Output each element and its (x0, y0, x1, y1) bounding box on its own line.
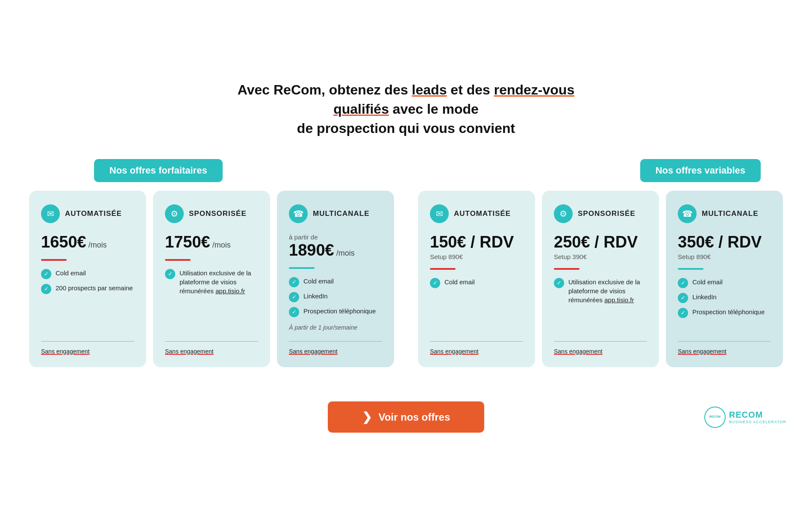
sans-engagement: Sans engagement (289, 348, 338, 355)
check-icon: ✓ (41, 269, 51, 279)
check-icon: ✓ (41, 284, 51, 294)
divider-spon2 (554, 268, 580, 270)
check-icon: ✓ (678, 293, 688, 303)
tisio-link[interactable]: app.tisio.fr (215, 287, 245, 295)
feature-cold-email: ✓ Cold email (289, 277, 382, 287)
card-footer-spon1: Sans engagement (165, 341, 258, 355)
features-multi1: ✓ Cold email ✓ LinkedIn ✓ Prospection té… (289, 277, 382, 331)
feature-cold-email: ✓ Cold email (41, 268, 134, 279)
card-footer-multi1: Sans engagement (289, 341, 382, 355)
brand-logo-circle: RECOM (704, 407, 726, 428)
card-header-multi2: ☎ MULTICANALE (678, 204, 771, 223)
card-header-spon1: ⚙ SPONSORISÉE (165, 204, 258, 223)
card-title-auto1: AUTOMATISÉE (65, 209, 122, 218)
features-spon1: ✓ Utilisation exclusive de la plateforme… (165, 268, 258, 331)
voir-offres-label: Voir nos offres (379, 411, 450, 423)
card-forfaitaire-multi: ☎ MULTICANALE à partir de 1890€ /mois ✓ … (277, 191, 394, 367)
bottom-row: ❯ Voir nos offres RECOM RECOM BUSINESS A… (26, 401, 786, 433)
card-title-spon1: SPONSORISÉE (189, 209, 247, 218)
email-icon: ✉ (430, 204, 449, 223)
feature-prospection-tel: ✓ Prospection téléphonique (678, 307, 771, 318)
check-icon: ✓ (289, 277, 299, 287)
card-forfaitaire-spon: ⚙ SPONSORISÉE 1750€ /mois ✓ Utilisation … (153, 191, 270, 367)
cards-wrapper: ✉ AUTOMATISÉE 1650€ /mois ✓ Cold email ✓… (26, 191, 786, 367)
feature-linkedin: ✓ LinkedIn (678, 292, 771, 303)
voir-offres-button[interactable]: ❯ Voir nos offres (328, 401, 485, 433)
card-header-auto2: ✉ AUTOMATISÉE (430, 204, 523, 223)
feature-label: LinkedIn (303, 292, 328, 301)
check-icon: ✓ (289, 307, 299, 317)
section-labels-row: Nos offres forfaitaires Nos offres varia… (26, 159, 786, 182)
sans-engagement: Sans engagement (678, 348, 727, 355)
card-price-sub-auto2: Setup 890€ (430, 253, 523, 260)
feature-prospection-tel: ✓ Prospection téléphonique (289, 307, 382, 317)
sans-engagement: Sans engagement (430, 348, 479, 355)
forfaitaires-label: Nos offres forfaitaires (94, 159, 223, 182)
feature-label: Cold email (444, 277, 475, 286)
card-price-spon1: 1750€ /mois (165, 233, 258, 251)
feature-label: Cold email (692, 277, 723, 286)
group-gap (397, 191, 415, 367)
card-title-multi1: MULTICANALE (313, 209, 370, 218)
headline-leads: leads (412, 82, 447, 97)
tisio-link[interactable]: app.tisio.fr (604, 296, 634, 304)
feature-label: LinkedIn (692, 292, 717, 301)
phone-icon: ☎ (678, 204, 697, 223)
sans-engagement: Sans engagement (41, 348, 90, 355)
card-price-sub-multi2: Setup 890€ (678, 253, 771, 260)
feature-platform: ✓ Utilisation exclusive de la plateforme… (165, 268, 258, 295)
sans-engagement: Sans engagement (554, 348, 603, 355)
feature-cold-email: ✓ Cold email (430, 277, 523, 288)
feature-linkedin: ✓ LinkedIn (289, 292, 382, 302)
phone-icon: ☎ (289, 204, 308, 223)
feature-prospects: ✓ 200 prospects par semaine (41, 283, 134, 294)
card-price-spon2: 250€ / RDV (554, 233, 647, 251)
arrow-icon: ❯ (362, 410, 372, 424)
feature-cold-email: ✓ Cold email (678, 277, 771, 288)
feature-label: Utilisation exclusive de la plateforme d… (568, 277, 647, 304)
card-price-auto1: 1650€ /mois (41, 233, 134, 251)
check-icon: ✓ (554, 278, 564, 288)
card-header-auto1: ✉ AUTOMATISÉE (41, 204, 134, 223)
feature-label: 200 prospects par semaine (56, 283, 133, 292)
gear-icon: ⚙ (554, 204, 573, 223)
check-icon: ✓ (678, 308, 688, 318)
card-price-sub-spon2: Setup 390€ (554, 253, 647, 260)
headline-rdv: rendez-vous qualifiés (333, 82, 574, 117)
card-price-multi1: 1890€ /mois (289, 242, 382, 259)
card-price-multi2: 350€ / RDV (678, 233, 771, 251)
card-variable-multi: ☎ MULTICANALE 350€ / RDV Setup 890€ ✓ Co… (666, 191, 783, 367)
brand-name: RECOM (729, 410, 786, 420)
card-variable-auto: ✉ AUTOMATISÉE 150€ / RDV Setup 890€ ✓ Co… (418, 191, 535, 367)
sans-engagement: Sans engagement (165, 348, 214, 355)
feature-label: Cold email (303, 277, 334, 286)
feature-italic: À partir de 1 jour/semaine (289, 324, 382, 331)
card-footer-auto2: Sans engagement (430, 341, 523, 355)
brand-logo: RECOM RECOM BUSINESS ACCELERATOR (704, 407, 786, 428)
feature-platform: ✓ Utilisation exclusive de la plateforme… (554, 277, 647, 304)
features-multi2: ✓ Cold email ✓ LinkedIn ✓ Prospection té… (678, 277, 771, 331)
variables-label: Nos offres variables (640, 159, 761, 182)
check-icon: ✓ (430, 278, 440, 288)
feature-label: Prospection téléphonique (303, 307, 376, 315)
card-price-prefix-multi1: à partir de (289, 233, 382, 241)
card-title-multi2: MULTICANALE (702, 209, 759, 218)
divider-auto2 (430, 268, 456, 270)
brand-sub: BUSINESS ACCELERATOR (729, 420, 786, 424)
divider-auto1 (41, 259, 67, 261)
card-header-multi1: ☎ MULTICANALE (289, 204, 382, 223)
feature-label: Prospection téléphonique (692, 307, 765, 316)
divider-multi2 (678, 268, 703, 270)
email-icon: ✉ (41, 204, 60, 223)
divider-multi1 (289, 267, 315, 269)
check-icon: ✓ (289, 292, 299, 302)
card-footer-multi2: Sans engagement (678, 341, 771, 355)
check-icon: ✓ (678, 278, 688, 288)
brand-text: RECOM BUSINESS ACCELERATOR (729, 410, 786, 424)
card-footer-spon2: Sans engagement (554, 341, 647, 355)
card-forfaitaire-auto: ✉ AUTOMATISÉE 1650€ /mois ✓ Cold email ✓… (29, 191, 146, 367)
card-footer-auto1: Sans engagement (41, 341, 134, 355)
card-header-spon2: ⚙ SPONSORISÉE (554, 204, 647, 223)
divider-spon1 (165, 259, 191, 261)
check-icon: ✓ (165, 269, 175, 279)
